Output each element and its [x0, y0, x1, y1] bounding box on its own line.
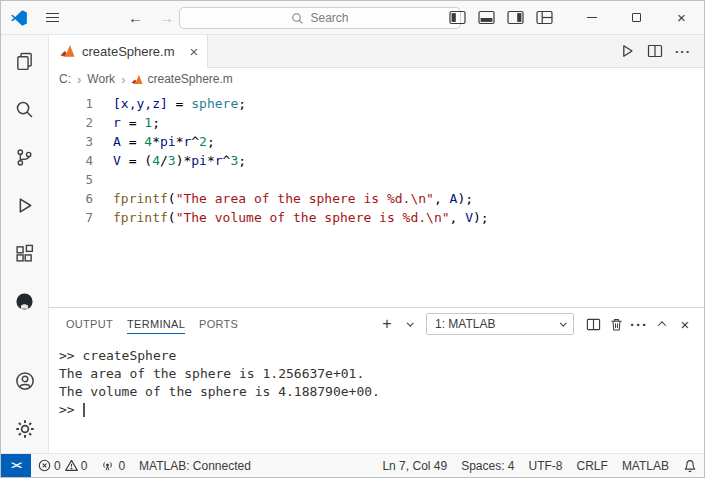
- extensions-icon[interactable]: [1, 229, 49, 277]
- github-icon[interactable]: [1, 277, 49, 325]
- panel-tab-terminal[interactable]: TERMINAL: [120, 308, 192, 340]
- kill-terminal-trash-icon[interactable]: [605, 313, 627, 335]
- run-file-icon[interactable]: [616, 40, 638, 62]
- tab-label: createSphere.m: [82, 44, 175, 59]
- terminal-prompt: >>: [59, 401, 75, 419]
- code-text: r = 1;: [113, 113, 160, 132]
- split-terminal-icon[interactable]: [582, 313, 604, 335]
- new-terminal-icon[interactable]: +: [376, 313, 398, 335]
- code-line[interactable]: 5: [49, 170, 704, 189]
- cursor-position-status[interactable]: Ln 7, Col 49: [375, 454, 454, 477]
- breadcrumb-file[interactable]: createSphere.m: [131, 72, 232, 86]
- code-text: V = (4/3)*pi*r^3;: [113, 151, 246, 170]
- breadcrumb: C: › Work › createSphere.m: [49, 68, 704, 90]
- toggle-secondary-sidebar-icon[interactable]: [505, 8, 525, 28]
- close-window-button[interactable]: ×: [659, 1, 704, 34]
- notifications-bell-icon[interactable]: [676, 454, 704, 477]
- split-editor-icon[interactable]: [644, 40, 666, 62]
- run-debug-icon[interactable]: [1, 181, 49, 229]
- search-input[interactable]: Search: [179, 7, 461, 29]
- terminal-line: The area of the sphere is 1.256637e+01.: [59, 365, 704, 383]
- code-text: A = 4*pi*r^2;: [113, 132, 215, 151]
- toggle-panel-icon[interactable]: [476, 8, 496, 28]
- language-mode-status[interactable]: MATLAB: [615, 454, 676, 477]
- eol-status[interactable]: CRLF: [570, 454, 615, 477]
- panel-tab-output[interactable]: OUTPUT: [59, 308, 120, 340]
- tab-close-icon[interactable]: ×: [190, 44, 199, 59]
- terminal-output: >> createSphereThe area of the sphere is…: [59, 347, 704, 401]
- terminal-cursor: [83, 403, 85, 417]
- status-bar: >< 0 0 0 MATLAB: Connected Ln 7, C: [1, 453, 704, 477]
- line-number: 3: [49, 132, 93, 151]
- line-number: 1: [49, 94, 93, 113]
- settings-gear-icon[interactable]: [1, 405, 49, 453]
- code-line[interactable]: 2r = 1;: [49, 113, 704, 132]
- ports-status[interactable]: 0: [94, 454, 132, 477]
- code-line[interactable]: 1[x,y,z] = sphere;: [49, 94, 704, 113]
- warning-icon: [65, 459, 78, 472]
- source-control-icon[interactable]: [1, 133, 49, 181]
- matlab-file-icon: [131, 74, 143, 85]
- search-icon: [291, 12, 304, 25]
- terminal-prompt-line[interactable]: >>: [59, 401, 704, 419]
- forward-arrow-icon: →: [159, 9, 174, 26]
- maximize-button[interactable]: [614, 1, 659, 34]
- line-number: 6: [49, 189, 93, 208]
- code-text: fprintf("The area of the sphere is %d.\n…: [113, 189, 473, 208]
- code-line[interactable]: 3A = 4*pi*r^2;: [49, 132, 704, 151]
- radio-tower-icon: [101, 459, 114, 472]
- encoding-status[interactable]: UTF-8: [522, 454, 570, 477]
- code-lines: 1[x,y,z] = sphere;2r = 1;3A = 4*pi*r^2;4…: [49, 94, 704, 227]
- code-text: fprintf("The volume of the sphere is %d.…: [113, 208, 489, 227]
- bottom-panel: OUTPUT TERMINAL PORTS + 1: MATLAB: [49, 307, 704, 453]
- editor-more-actions-icon[interactable]: ···: [672, 40, 694, 62]
- back-arrow-icon[interactable]: ←: [128, 9, 143, 26]
- line-number: 5: [49, 170, 93, 189]
- activity-bar: [1, 35, 49, 453]
- indentation-status[interactable]: Spaces: 4: [454, 454, 521, 477]
- terminal-selector-value: 1: MATLAB: [435, 317, 495, 331]
- terminal-line: >> createSphere: [59, 347, 704, 365]
- new-terminal-dropdown-icon[interactable]: [399, 313, 421, 335]
- panel-header: OUTPUT TERMINAL PORTS + 1: MATLAB: [49, 308, 704, 340]
- remote-indicator[interactable]: ><: [1, 454, 31, 477]
- matlab-connection-status[interactable]: MATLAB: Connected: [132, 454, 258, 477]
- panel-more-actions-icon[interactable]: ···: [628, 313, 650, 335]
- code-editor[interactable]: 1[x,y,z] = sphere;2r = 1;3A = 4*pi*r^2;4…: [49, 90, 704, 307]
- matlab-file-icon: [60, 44, 75, 58]
- breadcrumb-separator: ›: [121, 72, 125, 87]
- panel-tab-ports[interactable]: PORTS: [192, 308, 245, 340]
- breadcrumb-drive[interactable]: C:: [59, 72, 71, 86]
- line-number: 4: [49, 151, 93, 170]
- breadcrumb-separator: ›: [77, 72, 81, 87]
- explorer-icon[interactable]: [1, 37, 49, 85]
- code-line[interactable]: 4V = (4/3)*pi*r^3;: [49, 151, 704, 170]
- problems-status[interactable]: 0 0: [31, 454, 94, 477]
- tab-createSphere[interactable]: createSphere.m ×: [49, 35, 208, 67]
- code-text: [x,y,z] = sphere;: [113, 94, 246, 113]
- menu-icon[interactable]: [42, 8, 62, 28]
- code-line[interactable]: 7fprintf("The volume of the sphere is %d…: [49, 208, 704, 227]
- terminal[interactable]: >> createSphereThe area of the sphere is…: [49, 340, 704, 453]
- terminal-line: The volume of the sphere is 4.188790e+00…: [59, 383, 704, 401]
- account-icon[interactable]: [1, 357, 49, 405]
- line-number: 7: [49, 208, 93, 227]
- error-icon: [38, 459, 51, 472]
- close-panel-icon[interactable]: ×: [674, 313, 696, 335]
- tab-bar: createSphere.m × ···: [49, 35, 704, 68]
- vscode-logo-icon: [10, 9, 28, 27]
- customize-layout-icon[interactable]: [534, 8, 554, 28]
- toggle-sidebar-icon[interactable]: [447, 8, 467, 28]
- search-sidebar-icon[interactable]: [1, 85, 49, 133]
- minimize-button[interactable]: [569, 1, 614, 34]
- chevron-down-icon: [560, 319, 566, 325]
- code-line[interactable]: 6fprintf("The area of the sphere is %d.\…: [49, 189, 704, 208]
- breadcrumb-folder[interactable]: Work: [87, 72, 115, 86]
- line-number: 2: [49, 113, 93, 132]
- vscode-window: ← → Search ×: [0, 0, 705, 478]
- terminal-selector[interactable]: 1: MATLAB: [426, 313, 574, 335]
- maximize-panel-icon[interactable]: [651, 313, 673, 335]
- title-bar: ← → Search ×: [1, 1, 704, 35]
- search-placeholder: Search: [310, 11, 348, 25]
- editor-group: createSphere.m × ··· C: › Work ›: [49, 35, 704, 453]
